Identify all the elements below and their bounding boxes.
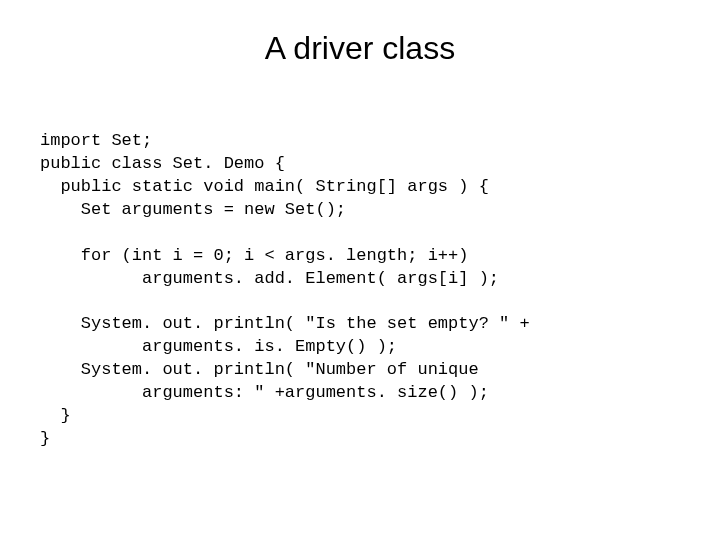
code-line: arguments. is. Empty() ); [40, 337, 397, 356]
code-line: import Set; [40, 131, 152, 150]
code-line: arguments. add. Element( args[i] ); [40, 269, 499, 288]
code-line: System. out. println( "Number of unique [40, 360, 479, 379]
code-line: for (int i = 0; i < args. length; i++) [40, 246, 468, 265]
code-line: arguments: " +arguments. size() ); [40, 383, 489, 402]
code-line: public class Set. Demo { [40, 154, 285, 173]
code-line: } [40, 429, 50, 448]
code-block: import Set; public class Set. Demo { pub… [40, 107, 680, 451]
code-line: System. out. println( "Is the set empty?… [40, 314, 530, 333]
slide-title: A driver class [40, 30, 680, 67]
code-line: Set arguments = new Set(); [40, 200, 346, 219]
code-line: public static void main( String[] args )… [40, 177, 489, 196]
code-line: } [40, 406, 71, 425]
